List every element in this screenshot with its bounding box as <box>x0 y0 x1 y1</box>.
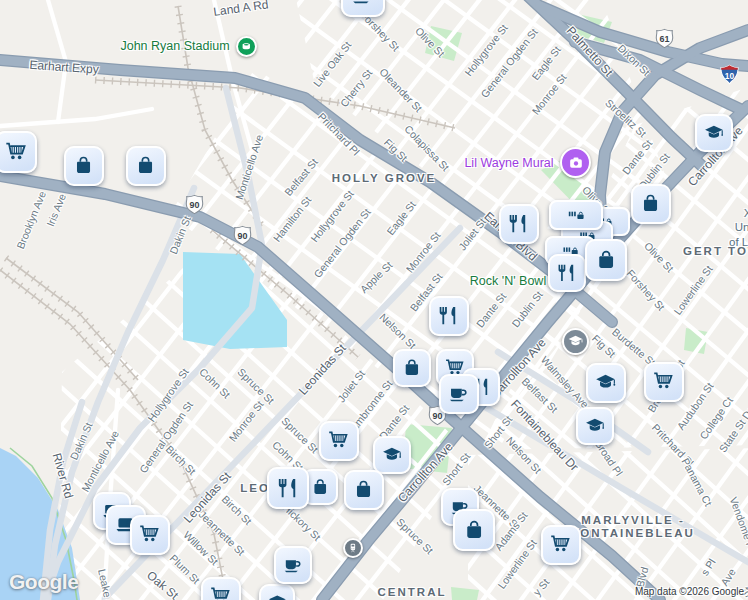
map-canvas[interactable]: Land A RdEarhart ExpyJohn Ryan StadiumLi… <box>0 0 748 600</box>
poi-marker-grad-icon[interactable] <box>259 584 295 600</box>
poi-marker-bag-icon[interactable] <box>64 146 104 186</box>
poi-marker-grad-icon[interactable] <box>576 407 614 445</box>
poi-marker-coffee-icon[interactable] <box>439 374 479 414</box>
poi-marker-school-icon[interactable] <box>562 328 589 355</box>
poi-marker-streetcar-icon[interactable] <box>343 538 363 558</box>
poi-marker-mural-camera-icon[interactable] <box>560 147 591 178</box>
poi-marker-stadium-icon[interactable] <box>236 36 257 57</box>
poi-marker-restaurant-icon[interactable] <box>429 296 469 336</box>
poi-marker-restaurant-icon[interactable] <box>267 467 309 509</box>
poi-markers-layer <box>0 0 748 600</box>
google-logo[interactable]: Google <box>9 570 78 594</box>
poi-marker-restaurant-icon[interactable] <box>499 204 539 244</box>
poi-marker-bag-icon[interactable] <box>344 470 384 510</box>
poi-marker-bag-icon[interactable] <box>453 509 495 551</box>
poi-marker-restaurant-icon[interactable] <box>548 254 586 292</box>
poi-marker-cart-icon[interactable] <box>541 525 581 565</box>
poi-marker-bag-icon[interactable] <box>631 184 671 224</box>
poi-marker-cart-icon[interactable] <box>0 131 37 173</box>
poi-marker-cart-icon[interactable] <box>130 515 170 555</box>
poi-marker-grad-icon[interactable] <box>695 114 733 152</box>
poi-marker-cart-icon[interactable] <box>319 421 359 461</box>
poi-marker-bag-icon[interactable] <box>393 349 431 387</box>
poi-marker-cart-icon[interactable] <box>201 577 241 600</box>
poi-marker-coffee-icon[interactable] <box>274 546 312 584</box>
poi-marker-cart-icon[interactable] <box>644 362 684 402</box>
poi-marker-bag-icon[interactable] <box>585 239 627 281</box>
poi-marker-bag-icon[interactable] <box>126 146 166 186</box>
poi-marker-grad-icon[interactable] <box>586 363 626 403</box>
map-attribution: Map data ©2026 Google <box>635 586 744 597</box>
poi-marker-grad-icon[interactable] <box>373 436 411 474</box>
poi-marker-store-icon[interactable] <box>549 200 603 230</box>
poi-marker-coffee-icon[interactable] <box>341 0 385 17</box>
